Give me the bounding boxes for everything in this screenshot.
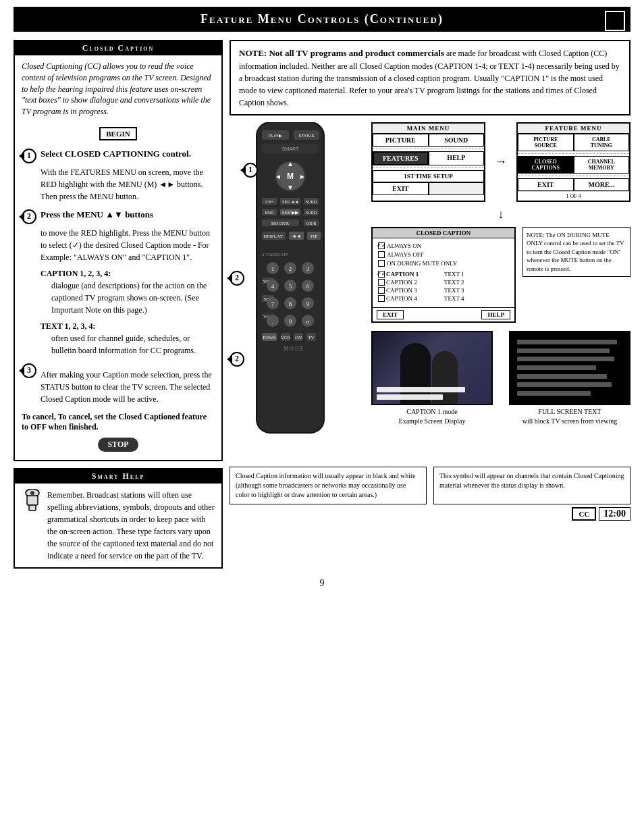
feature-item-cable-tuning[interactable]: CABLETUNING — [574, 134, 630, 151]
step3-indicator: 3 — [22, 363, 36, 378]
svg-text:BIO  ON/R: BIO ON/R — [271, 221, 289, 226]
svg-text:3: 3 — [306, 265, 310, 272]
svg-text:▼: ▼ — [287, 184, 294, 191]
svg-text:◄◄: ◄◄ — [292, 234, 301, 239]
svg-text:DISPLAY: DISPLAY — [264, 234, 284, 239]
feature-item-exit[interactable]: EXIT — [518, 178, 574, 191]
svg-text:6: 6 — [306, 283, 310, 290]
diagram-step2b: 2 — [230, 352, 244, 367]
step3-body: After making your Caption mode selection… — [41, 369, 215, 405]
smart-help-title: Smart Help — [15, 469, 221, 484]
step1-title: Select CLOSED CAPTIONING control. — [41, 149, 191, 159]
cc-checkbox-caption4 — [378, 295, 385, 302]
svg-text:4: 4 — [271, 283, 275, 290]
menu-item-sound[interactable]: SOUND — [429, 134, 485, 147]
smart-help-icon — [22, 489, 43, 562]
header-corner-box — [605, 11, 625, 31]
svg-text:o: o — [306, 318, 310, 325]
cc-label-always-off: ALWAYS OFF — [387, 251, 424, 258]
cc-text1: TEXT 1 — [444, 271, 464, 278]
svg-text:SURD: SURD — [306, 211, 317, 215]
cc-menu-title: CLOSED CAPTION — [373, 228, 514, 238]
main-menu-box: MAIN MENU PICTURE SOUND FEATURES HELP 1S… — [371, 122, 485, 202]
svg-text:SKP ◄◄: SKP ◄◄ — [282, 200, 298, 204]
svg-text:BND: BND — [265, 211, 274, 215]
cc-label-mute-only: ON DURING MUTE ONLY — [387, 260, 457, 267]
header-title: Feature Menu Controls (Continued) — [200, 12, 444, 26]
cc-help-btn[interactable]: HELP — [481, 310, 510, 319]
diagram-step1: 1 — [243, 163, 258, 178]
bottom-note-left: Closed Caption information will usually … — [230, 467, 427, 504]
feature-item-channel-memory[interactable]: CHANNELMEMORY — [574, 156, 630, 174]
caption1-screen-box — [371, 331, 493, 405]
menu-item-features[interactable]: FEATURES — [373, 151, 429, 165]
caption-desc: dialogue (and descriptions) for the acti… — [41, 280, 215, 316]
cc-checkbox-caption1: ✓ — [378, 271, 385, 278]
closed-caption-menu: CLOSED CAPTION ✓ ALWAYS ON ALWAYS OFF — [371, 227, 516, 323]
svg-point-3 — [30, 491, 34, 495]
note-on-during: NOTE: The ON DURING MUTE ONLY control ca… — [522, 227, 630, 278]
svg-text:STATUS: STATUS — [299, 134, 315, 138]
cc-caption2: CAPTION 2 — [386, 279, 417, 286]
closed-caption-title: Closed Caption — [15, 41, 221, 55]
feature-menu-label: FEATURE MENU — [518, 124, 629, 134]
smart-help-body: Remember. Broadcast stations will often … — [47, 489, 215, 562]
step1-body: With the FEATURES MENU on screen, move t… — [41, 166, 215, 203]
menu-item-setup[interactable]: 1ST TIME SETUP — [373, 170, 484, 182]
cc-checkbox-always-off — [378, 251, 385, 258]
svg-text:◄: ◄ — [275, 173, 281, 180]
cc-caption1: CAPTION 1 — [386, 271, 419, 278]
svg-text:7: 7 — [271, 301, 275, 307]
svg-text:5: 5 — [289, 283, 292, 290]
cc-badge: CC — [572, 507, 596, 521]
feature-item-picture-source[interactable]: PICTURESOURCE — [518, 134, 574, 151]
step2-indicator: 2 — [22, 209, 36, 224]
cc-checkbox-caption2 — [378, 279, 385, 286]
cc-text4: TEXT 4 — [444, 295, 464, 302]
feature-item-closed-captions[interactable]: CLOSEDCAPTIONS — [518, 156, 574, 174]
svg-text:.: . — [272, 318, 273, 325]
feature-item-more[interactable]: MORE... — [574, 178, 630, 191]
svg-text:CH+: CH+ — [265, 200, 273, 204]
cancel-text: To cancel, To cancel, set the Closed Cap… — [22, 412, 215, 432]
menu-item-help[interactable]: HELP — [429, 151, 485, 165]
note-bold: NOTE: Not all TV programs and product co… — [239, 48, 444, 58]
menu-item-empty — [429, 182, 485, 195]
cc-checkbox-caption3 — [378, 287, 385, 294]
svg-text:SURD: SURD — [306, 200, 317, 204]
closed-caption-intro: Closed Captioning (CC) allows you to rea… — [22, 61, 215, 118]
svg-text:►: ► — [299, 173, 306, 180]
cc-exit-btn[interactable]: EXIT — [377, 310, 404, 319]
text-header: TEXT 1, 2, 3, 4: — [41, 320, 215, 332]
caption1-label: CAPTION 1 modeExample Screen Display — [371, 407, 493, 426]
menu-item-exit[interactable]: EXIT — [373, 182, 429, 195]
svg-text:SMART: SMART — [282, 147, 299, 151]
begin-badge: BEGIN — [99, 127, 136, 140]
text-desc: often used for channel guide, schedules,… — [41, 332, 215, 357]
cc-text2: TEXT 2 — [444, 279, 464, 286]
svg-text:POWS: POWS — [263, 335, 276, 340]
svg-text:3 TIMER FIP: 3 TIMER FIP — [262, 252, 288, 257]
menu-item-picture[interactable]: PICTURE — [373, 134, 429, 147]
svg-text:9: 9 — [306, 301, 310, 307]
note-box: NOTE: Not all TV programs and product co… — [230, 40, 630, 115]
cc-caption3: CAPTION 3 — [386, 287, 417, 294]
svg-text:2: 2 — [289, 265, 292, 272]
fullscreen-text-box — [509, 331, 630, 405]
cc-checkbox-always-on: ✓ — [378, 242, 385, 249]
svg-rect-2 — [29, 505, 36, 511]
step1-indicator: 1 — [22, 149, 36, 163]
page-header: Feature Menu Controls (Continued) — [14, 7, 630, 32]
svg-text:FIP: FIP — [311, 234, 317, 239]
cc-text3: TEXT 3 — [444, 287, 464, 294]
step2-body: to move the RED highlight. Press the MEN… — [41, 227, 215, 263]
svg-text:M: M — [287, 172, 294, 181]
page-number: 9 — [14, 578, 630, 589]
svg-text:ON/R: ON/R — [306, 221, 316, 226]
svg-text:ON: ON — [295, 335, 302, 340]
cc-label-always-on: ALWAYS ON — [387, 242, 421, 249]
svg-text:TV: TV — [308, 335, 314, 340]
step2-title: Press the MENU ▲▼ buttons — [41, 209, 153, 219]
svg-text:0: 0 — [289, 318, 292, 325]
svg-text:M   O   D   E: M O D E — [284, 346, 304, 352]
